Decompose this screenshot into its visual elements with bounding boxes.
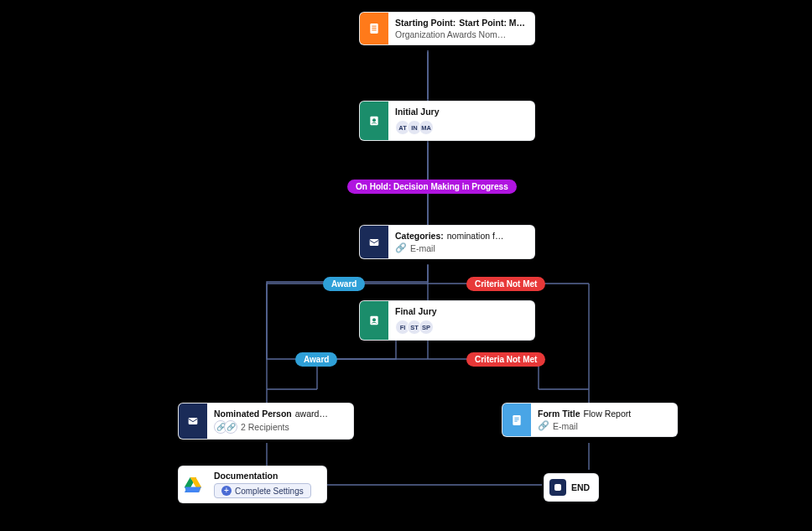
start-title-label: Starting Point: [395, 18, 455, 28]
pill-award-1[interactable]: Award [323, 277, 365, 291]
form-title-label: Form Title [538, 409, 580, 419]
form-icon [502, 403, 531, 436]
svg-rect-31 [514, 419, 518, 419]
pill-criteria-2[interactable]: Criteria Not Met [466, 352, 545, 367]
end-label: END [571, 482, 590, 492]
nominated-recipients: 2 Recipients [241, 422, 289, 432]
link-icon: 🔗 [538, 420, 549, 431]
jury-icon [360, 301, 388, 340]
form-link: E-mail [553, 421, 578, 431]
svg-rect-20 [372, 26, 376, 27]
node-nominated-person[interactable]: Nominated Person award… 🔗 🔗 2 Recipients [178, 403, 354, 440]
svg-rect-32 [514, 420, 517, 421]
edges-layer [0, 0, 812, 531]
svg-rect-25 [370, 239, 379, 246]
svg-rect-29 [513, 415, 520, 425]
pill-criteria-1[interactable]: Criteria Not Met [466, 277, 545, 291]
start-subtitle: Organization Awards Nom… [395, 29, 525, 39]
svg-rect-22 [372, 29, 376, 30]
svg-rect-21 [372, 28, 376, 29]
svg-rect-30 [514, 417, 518, 418]
workflow-canvas: Starting Point: Start Point: M… Organiza… [0, 0, 812, 531]
link-icon: 🔗 [395, 242, 407, 253]
final-jury-avatars: FI ST SP [395, 320, 437, 335]
node-documentation[interactable]: Documentation + Complete Settings [178, 466, 327, 503]
pill-on-hold[interactable]: On Hold: Decision Making in Progress [347, 180, 517, 194]
node-final-jury[interactable]: Final Jury FI ST SP [359, 300, 535, 341]
node-initial-jury[interactable]: Initial Jury AT IN MA [359, 101, 535, 141]
categories-title-value: nomination f… [447, 231, 504, 241]
gdrive-icon [179, 466, 207, 502]
nominated-value: award… [295, 409, 328, 419]
categories-title-label: Categories: [395, 231, 444, 241]
nominated-label: Nominated Person [214, 409, 292, 419]
complete-settings-button[interactable]: + Complete Settings [214, 483, 311, 498]
avatar: SP [419, 320, 434, 335]
svg-point-24 [372, 118, 376, 122]
node-end[interactable]: END [544, 473, 599, 502]
jury-icon [360, 102, 388, 140]
categories-link: E-mail [410, 243, 435, 253]
stop-icon [549, 479, 566, 496]
final-jury-title: Final Jury [395, 306, 437, 316]
node-starting-point[interactable]: Starting Point: Start Point: M… Organiza… [359, 12, 535, 45]
document-icon [360, 13, 388, 44]
mail-icon [179, 403, 207, 439]
svg-rect-28 [189, 418, 198, 424]
svg-marker-35 [185, 487, 201, 492]
pill-award-2[interactable]: Award [295, 352, 337, 367]
documentation-title: Documentation [214, 471, 278, 481]
initial-jury-avatars: AT IN MA [395, 120, 440, 135]
avatar: MA [419, 120, 434, 135]
complete-settings-label: Complete Settings [235, 487, 304, 496]
mail-icon [360, 226, 388, 258]
svg-point-27 [372, 318, 376, 321]
start-title-value: Start Point: M… [459, 18, 525, 28]
node-form-report[interactable]: Form Title Flow Report 🔗 E-mail [502, 403, 678, 437]
initial-jury-title: Initial Jury [395, 107, 440, 117]
node-categories[interactable]: Categories: nomination f… 🔗 E-mail [359, 225, 535, 259]
form-title-value: Flow Report [584, 409, 632, 419]
plus-icon: + [221, 486, 232, 496]
link-icon: 🔗 [224, 420, 237, 434]
